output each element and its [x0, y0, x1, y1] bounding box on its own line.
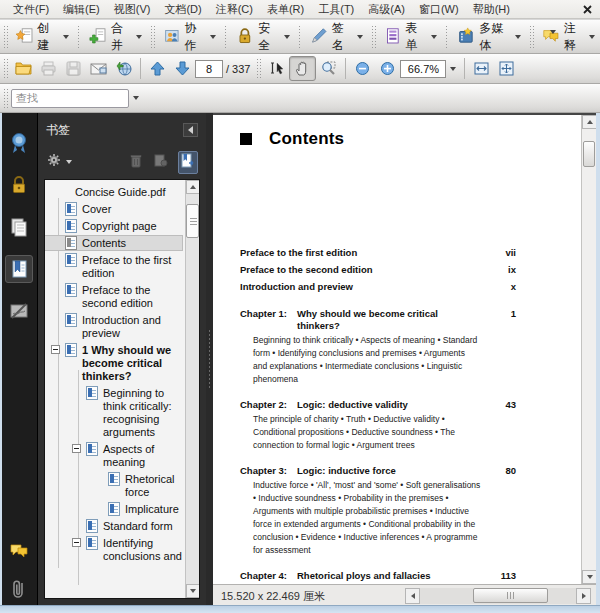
toolbar-grip[interactable] — [529, 25, 534, 48]
collapse-minus-icon[interactable] — [72, 444, 81, 453]
toolbar-grip[interactable] — [3, 25, 8, 48]
hand-tool-button[interactable] — [289, 56, 316, 81]
goto-bookmark-icon[interactable] — [178, 151, 198, 174]
toolbar-grip[interactable] — [224, 25, 229, 48]
toolbar-grip[interactable] — [298, 25, 303, 48]
scroll-left-icon[interactable] — [405, 588, 420, 604]
bookmark-item-implicature[interactable]: Implicature — [45, 502, 182, 516]
bookmark-item-beginning[interactable]: Beginning to think critically: recognisi… — [45, 386, 182, 439]
menu-edit[interactable]: 编辑(E) — [56, 0, 107, 19]
toolbar-grip[interactable] — [445, 25, 450, 48]
menu-window[interactable]: 窗口(W) — [412, 0, 466, 19]
email-button[interactable] — [86, 57, 111, 80]
bookmark-item-aspects[interactable]: Aspects of meaning — [45, 442, 182, 469]
combine-button[interactable]: 合并 — [84, 17, 147, 57]
toolbar-grip[interactable] — [256, 58, 261, 78]
menu-file[interactable]: 文件(F) — [6, 0, 56, 19]
comments-icon[interactable] — [5, 537, 33, 565]
toolbar-grip[interactable] — [77, 25, 82, 48]
tree-scrollbar[interactable] — [185, 180, 199, 598]
menu-help[interactable]: 帮助(H) — [466, 0, 517, 19]
menu-forms[interactable]: 表单(R) — [260, 0, 311, 19]
sign-button[interactable]: 签名 — [305, 17, 368, 57]
forms-button[interactable]: 表单 — [379, 17, 442, 57]
close-icon[interactable] — [580, 3, 594, 16]
next-page-button[interactable] — [170, 57, 195, 80]
menu-advanced[interactable]: 高级(A) — [361, 0, 412, 19]
pages-icon[interactable] — [5, 213, 33, 241]
collapse-minus-icon[interactable] — [51, 345, 60, 354]
bookmark-item-standard-form[interactable]: Standard form — [45, 519, 182, 533]
bookmark-item-rhetorical[interactable]: Rhetorical force — [45, 472, 182, 499]
certificates-icon[interactable] — [5, 129, 33, 157]
fit-width-button[interactable] — [469, 57, 494, 80]
signatures-icon[interactable] — [5, 297, 33, 325]
collapse-panel-button[interactable] — [183, 123, 198, 137]
bookmark-options-icon[interactable] — [153, 153, 168, 171]
scroll-up-icon[interactable] — [582, 115, 597, 129]
bookmark-item-preface2[interactable]: Preface to the second edition — [45, 283, 182, 310]
scroll-right-icon[interactable] — [576, 588, 591, 604]
scroll-down-icon[interactable] — [582, 570, 597, 584]
bookmarks-tree: Concise Guide.pdf Cover Copyright page C… — [44, 179, 200, 599]
toolbar-grip[interactable] — [3, 88, 8, 108]
menu-tools[interactable]: 工具(T) — [311, 0, 361, 19]
multimedia-button[interactable]: 多媒体 — [452, 17, 526, 57]
fit-width-icon — [473, 60, 490, 77]
bookmark-item-contents[interactable]: Contents — [45, 236, 182, 250]
window-frame-left — [0, 113, 2, 605]
menu-view[interactable]: 视图(V) — [107, 0, 158, 19]
bookmark-page-icon — [65, 343, 77, 357]
chevron-down-icon[interactable] — [66, 160, 72, 164]
open-file-button[interactable] — [11, 57, 36, 80]
delete-trash-icon[interactable] — [129, 153, 143, 172]
attachments-icon[interactable] — [5, 575, 33, 603]
h-scroll-track[interactable] — [420, 588, 576, 604]
previous-page-button[interactable] — [145, 57, 170, 80]
zoom-dropdown-button[interactable] — [446, 59, 460, 78]
marquee-zoom-button[interactable] — [316, 57, 341, 80]
bookmarks-icon[interactable] — [5, 255, 33, 283]
bookmark-item-introduction[interactable]: Introduction and preview — [45, 313, 182, 340]
toolbar-grip[interactable] — [371, 25, 376, 48]
bookmark-item-preface1[interactable]: Preface to the first edition — [45, 253, 182, 280]
collaborate-button[interactable]: 协作 — [158, 17, 221, 57]
select-tool-button[interactable] — [264, 57, 289, 80]
zoom-in-button[interactable] — [375, 57, 400, 80]
fit-page-button[interactable] — [494, 57, 519, 80]
bookmark-item-cover[interactable]: Cover — [45, 202, 182, 216]
page-number-input[interactable] — [195, 60, 223, 78]
web-button[interactable] — [111, 57, 136, 80]
panel-splitter[interactable] — [206, 113, 213, 605]
document-horizontal-scrollbar[interactable] — [405, 588, 591, 604]
security-icon[interactable] — [5, 171, 33, 199]
h-scroll-thumb[interactable] — [473, 588, 548, 603]
find-dropdown-button[interactable] — [129, 89, 143, 108]
toolbar-grip[interactable] — [3, 58, 8, 78]
create-button[interactable]: 创建 — [11, 17, 74, 57]
comment-button[interactable]: 注释 — [537, 17, 600, 57]
scroll-up-icon[interactable] — [186, 180, 200, 194]
options-gear-icon[interactable] — [46, 152, 62, 172]
save-button[interactable] — [61, 57, 86, 80]
toolbar-grip[interactable] — [150, 25, 155, 48]
zoom-level-value[interactable]: 66.7% — [400, 60, 446, 78]
document-vertical-scrollbar[interactable] — [581, 115, 596, 584]
document-scroll-thumb[interactable] — [583, 141, 595, 167]
collapse-minus-icon[interactable] — [72, 538, 81, 547]
toolbar-overflow-button[interactable] — [550, 30, 556, 34]
print-button[interactable] — [36, 57, 61, 80]
menu-comments[interactable]: 注释(C) — [209, 0, 260, 19]
scroll-down-icon[interactable] — [186, 584, 200, 598]
tree-scroll-thumb[interactable] — [186, 204, 199, 238]
secure-button[interactable]: 安全 — [231, 17, 294, 57]
menu-document[interactable]: 文档(D) — [157, 0, 208, 19]
bookmark-item-chapter1[interactable]: 1 Why should we become critical thinkers… — [45, 343, 182, 383]
bookmark-item-copyright[interactable]: Copyright page — [45, 219, 182, 233]
bookmark-root[interactable]: Concise Guide.pdf — [45, 185, 182, 199]
zoom-out-button[interactable] — [350, 57, 375, 80]
pdf-page[interactable]: Contents Preface to the first edition vi… — [213, 115, 581, 584]
find-input[interactable] — [11, 89, 129, 108]
combine-icon — [89, 27, 107, 47]
bookmark-item-identifying[interactable]: Identifying conclusions and — [45, 536, 182, 563]
